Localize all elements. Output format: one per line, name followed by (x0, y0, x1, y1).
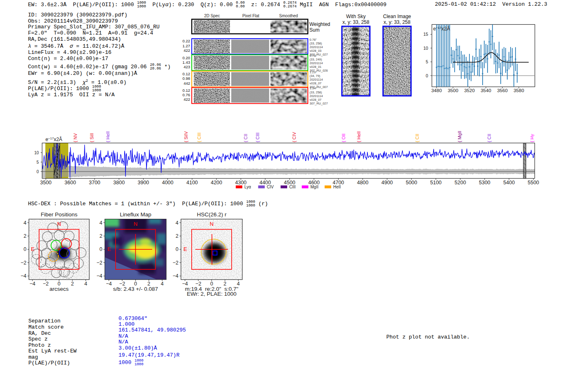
svg-text:s/b: 2.43 +/- 0.087: s/b: 2.43 +/- 0.087 (113, 286, 158, 292)
svg-text:N: N (57, 221, 61, 227)
svg-text:x, y: 33, 258: x, y: 33, 258 (383, 19, 411, 25)
svg-text:E: E (107, 246, 111, 252)
svg-text:2: 2 (100, 233, 102, 239)
svg-text:1.21": 1.21" (310, 70, 317, 74)
svg-text:Lineflux Map: Lineflux Map (120, 211, 151, 218)
svg-text:20201114: 20201114 (310, 78, 323, 81)
svg-text:−2: −2 (173, 260, 179, 266)
svg-text:−2: −2 (119, 281, 125, 287)
svg-text:0: 0 (210, 281, 213, 287)
svg-text:15: 15 (423, 32, 428, 37)
svg-text:v028_01: v028_01 (310, 65, 322, 69)
svg-text:4: 4 (176, 220, 179, 226)
svg-text:HeII: HeII (333, 185, 341, 189)
svg-text:−4: −4 (182, 281, 188, 287)
svg-text:3560: 3560 (497, 88, 508, 93)
svg-text:10: 10 (34, 151, 39, 155)
svg-text:0.76: 0.76 (183, 93, 190, 97)
svg-text:{ CIII: { CIII (197, 132, 202, 142)
svg-text:HSC(26.2) r: HSC(26.2) r (197, 211, 227, 218)
svg-text:4100: 4100 (186, 180, 198, 186)
svg-text:v028_07: v028_07 (310, 81, 322, 85)
svg-text:10: 10 (423, 46, 428, 51)
svg-text:5500: 5500 (527, 180, 539, 186)
svg-text:3580: 3580 (513, 88, 524, 93)
svg-text:3540: 3540 (481, 88, 491, 93)
svg-text:1.34": 1.34" (310, 86, 317, 90)
svg-text:4200: 4200 (211, 180, 222, 186)
svg-text:0.76": 0.76" (310, 38, 317, 42)
svg-text:423: 423 (183, 65, 190, 69)
svg-text:2D Spec: 2D Spec (204, 14, 220, 18)
svg-text:4800: 4800 (357, 180, 369, 186)
svg-text:4: 4 (237, 281, 240, 287)
svg-text:{ CIII: { CIII (255, 132, 260, 142)
svg-text:x, y: 33, 258: x, y: 33, 258 (342, 19, 369, 25)
svg-text:N: N (210, 221, 214, 227)
svg-text:4: 4 (23, 220, 26, 226)
svg-text:5: 5 (37, 160, 39, 165)
svg-text:{ CII: { CII (243, 134, 248, 142)
svg-text:3520: 3520 (464, 88, 475, 93)
svg-text:{ MgII: { MgII (457, 131, 462, 142)
svg-text:{ NV: { NV (73, 133, 78, 142)
svg-text:Weighted: Weighted (309, 21, 330, 27)
svg-text:{ CII: { CII (487, 134, 492, 142)
svg-text:Clean Image: Clean Image (383, 14, 411, 19)
svg-text:5400: 5400 (503, 180, 515, 186)
svg-text:307_RU_027: 307_RU_027 (310, 102, 328, 105)
svg-text:0: 0 (37, 169, 39, 174)
svg-text:20201114: 20201114 (310, 61, 323, 65)
svg-text:3500: 3500 (40, 180, 51, 186)
svg-text:MgII: MgII (311, 185, 318, 189)
svg-text:{ SiII: { SiII (89, 133, 94, 142)
svg-text:−2: −2 (21, 260, 26, 266)
svg-text:{ HeII: { HeII (105, 131, 110, 142)
svg-text:0: 0 (58, 281, 60, 287)
svg-text:{ HeII: { HeII (356, 131, 361, 142)
svg-text:5200: 5200 (455, 180, 466, 186)
svg-text:0.98: 0.98 (183, 76, 190, 81)
svg-text:CIII: CIII (289, 185, 296, 189)
svg-text:{ CII: { CII (415, 134, 420, 142)
svg-text:4: 4 (161, 281, 164, 287)
svg-text:3500: 3500 (448, 88, 458, 93)
svg-text:0: 0 (100, 246, 102, 252)
svg-text:2: 2 (147, 281, 150, 287)
svg-text:−4: −4 (97, 273, 102, 279)
svg-text:3900: 3900 (137, 180, 149, 186)
svg-text:0.20: 0.20 (183, 56, 190, 60)
svg-text:Sum: Sum (309, 27, 320, 33)
svg-text:3600: 3600 (65, 180, 76, 186)
svg-text:Smoothed: Smoothed (279, 14, 298, 18)
svg-text:0: 0 (176, 246, 179, 252)
svg-text:4000: 4000 (162, 180, 174, 186)
svg-text:422: 422 (183, 97, 190, 102)
svg-text:5300: 5300 (479, 180, 490, 186)
svg-text:422: 422 (183, 48, 190, 53)
svg-text:{ CIV: { CIV (292, 132, 297, 142)
svg-text:Pixel Flat: Pixel Flat (242, 14, 259, 18)
svg-text:3700: 3700 (89, 180, 100, 186)
svg-text:442: 442 (183, 81, 190, 86)
svg-text:−4: −4 (21, 273, 26, 279)
svg-text:5000: 5000 (406, 180, 417, 186)
svg-text:4: 4 (84, 281, 87, 287)
svg-text:0.12: 0.12 (183, 72, 190, 76)
svg-text:5: 5 (426, 59, 428, 64)
svg-text:2: 2 (223, 281, 226, 287)
svg-text:4900: 4900 (381, 180, 393, 186)
svg-text:−2: −2 (195, 281, 201, 287)
svg-text:20201114: 20201114 (310, 94, 323, 98)
svg-text:−4: −4 (173, 273, 179, 279)
svg-text:2: 2 (176, 233, 179, 239)
svg-text:EWr: 2, PLAE: 1000: EWr: 2, PLAE: 1000 (187, 291, 237, 297)
svg-text:0.22: 0.22 (183, 39, 190, 43)
svg-text:0.12: 0.12 (183, 88, 190, 93)
svg-text:−4: −4 (106, 281, 111, 287)
svg-text:(33, 258): (33, 258) (310, 42, 323, 45)
svg-text:{ OII: { OII (341, 134, 346, 142)
svg-text:(33, 249): (33, 249) (310, 58, 323, 61)
svg-text:2: 2 (71, 281, 74, 287)
svg-text:E: E (183, 246, 187, 252)
